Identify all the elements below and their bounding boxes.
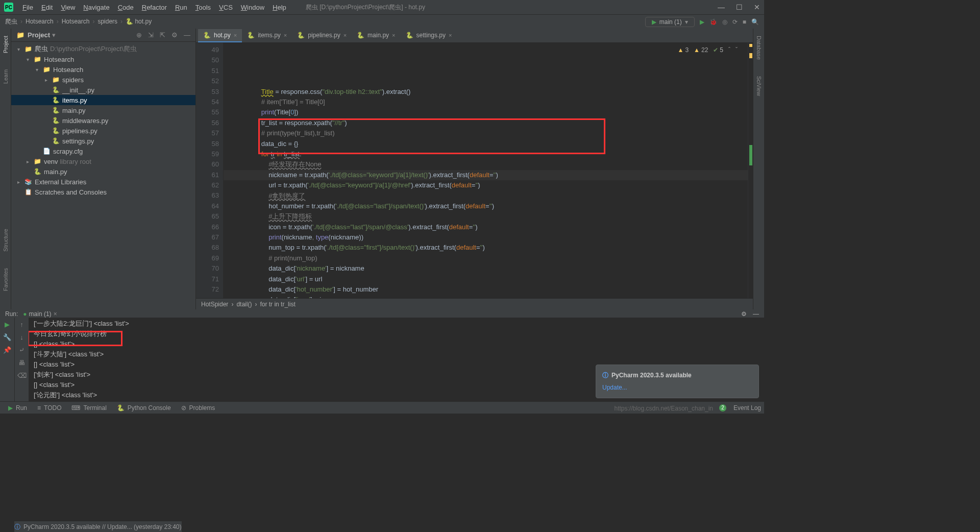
code-line[interactable]: #上升下降指标	[224, 211, 748, 222]
menu-file[interactable]: File	[18, 4, 37, 11]
error-stripe[interactable]	[748, 43, 753, 298]
up-icon[interactable]: ↑	[20, 321, 23, 328]
tool-structure[interactable]: Structure	[3, 226, 9, 255]
run-config-selector[interactable]: ▶ main (1) ▾	[645, 17, 695, 27]
run-button[interactable]: ▶	[700, 18, 704, 26]
project-tree[interactable]: ▾📁爬虫D:\pythonProject\Project\爬虫▾📁Hotsear…	[11, 42, 195, 309]
code-line[interactable]: data_dic['url'] = url	[224, 274, 748, 284]
editor-tab[interactable]: 🐍pipelines.py×	[292, 29, 352, 42]
tree-item[interactable]: ▾📁爬虫D:\pythonProject\Project\爬虫	[11, 44, 195, 54]
tree-item[interactable]: 🐍settings.py	[11, 136, 195, 146]
menu-edit[interactable]: Edit	[37, 4, 57, 11]
code-line[interactable]: num_top = tr.xpath('./td[@class="first"]…	[224, 243, 748, 253]
code-line[interactable]: # item['Title'] = Title[0]	[224, 97, 748, 107]
breadcrumb-item[interactable]: spiders	[97, 18, 117, 25]
settings-icon[interactable]: ⚙	[172, 31, 178, 39]
editor-tab[interactable]: 🐍hot.py×	[198, 29, 242, 42]
menu-navigate[interactable]: Navigate	[79, 4, 113, 11]
tw-problems[interactable]: ⊘ Problems	[176, 404, 220, 412]
menu-run[interactable]: Run	[171, 4, 191, 11]
tw-todo[interactable]: ≡ TODO	[32, 404, 66, 412]
editor-tab[interactable]: 🐍main.py×	[352, 29, 400, 42]
search-button[interactable]: 🔍	[751, 18, 759, 26]
pin-icon[interactable]: 📌	[3, 346, 11, 354]
tree-item[interactable]: ▾📁Hotsearch	[11, 54, 195, 64]
code-line[interactable]: data_dic = {}	[224, 139, 748, 149]
minimize-icon[interactable]: —	[718, 3, 725, 11]
tree-item[interactable]: ▾📁Hotsearch	[11, 64, 195, 75]
clear-icon[interactable]: ⌫	[17, 372, 27, 379]
crumb-0[interactable]: HotSpider	[201, 301, 228, 308]
code-line[interactable]: icon = tr.xpath('./td[@class="last"]/spa…	[224, 222, 748, 232]
editor[interactable]: 4950515253545556575859606162636465666768…	[196, 43, 753, 298]
code-line[interactable]: # print(type(tr_list),tr_list)	[224, 128, 748, 138]
breadcrumb-item[interactable]: Hotsearch	[26, 18, 54, 25]
breadcrumb-item[interactable]: hot.py	[135, 18, 152, 25]
code-line[interactable]: #经发现存在None	[224, 159, 748, 170]
breadcrumb-item[interactable]: 爬虫	[5, 18, 17, 25]
tool-sciview[interactable]: SciView	[756, 73, 762, 99]
maximize-icon[interactable]: ☐	[736, 3, 743, 11]
editor-tab[interactable]: 🐍items.py×	[242, 29, 292, 42]
profile-button[interactable]: ⟳	[732, 18, 738, 26]
menu-vcs[interactable]: VCS	[215, 4, 237, 11]
code-line[interactable]: data_dic['hot_number'] = hot_number	[224, 284, 748, 295]
menu-refactor[interactable]: Refactor	[138, 4, 171, 11]
menu-tools[interactable]: Tools	[191, 4, 215, 11]
tree-item[interactable]: 🐍main.py	[11, 105, 195, 115]
stop-button[interactable]: ■	[743, 18, 746, 26]
collapse-icon[interactable]: ⇱	[160, 31, 165, 39]
tool-database[interactable]: Database	[756, 33, 762, 63]
tree-item[interactable]: ▸📁spiders	[11, 75, 195, 85]
tool-icon[interactable]: 🔧	[3, 333, 11, 341]
code-line[interactable]: Title = response.css("div.top-title h2::…	[224, 87, 748, 97]
tree-item[interactable]: 🐍items.py	[11, 95, 195, 105]
code-line[interactable]: data_dic['icon'] = icon	[224, 295, 748, 298]
close-icon[interactable]: ✕	[754, 3, 760, 11]
inspections-widget[interactable]: ▲3 ▲22 ✔5 ˆˇ	[677, 45, 738, 55]
update-notification[interactable]: ⓘPyCharm 2020.3.5 available Update...	[596, 365, 759, 398]
console-output[interactable]: ['一步大陆2:龙巨门'] <class 'list'>今日玄幻奇幻小说排行榜[…	[29, 318, 764, 401]
wrap-icon[interactable]: ⤶	[19, 346, 24, 354]
rerun-icon[interactable]: ▶	[5, 321, 10, 328]
down-icon[interactable]: ↓	[20, 333, 23, 341]
debug-button[interactable]: 🐞	[709, 18, 717, 26]
tree-item[interactable]: 🐍pipelines.py	[11, 126, 195, 136]
locate-icon[interactable]: ⊕	[136, 31, 142, 39]
menu-window[interactable]: Window	[237, 4, 268, 11]
run-settings-icon[interactable]: ⚙	[741, 310, 747, 318]
code-line[interactable]: #拿到热度了	[224, 191, 748, 201]
menu-view[interactable]: View	[57, 4, 79, 11]
run-tab-label[interactable]: main (1)	[29, 310, 52, 318]
code-line[interactable]: hot_number = tr.xpath('./td[@class="last…	[224, 201, 748, 211]
crumb-1[interactable]: dtail()	[236, 301, 252, 308]
tree-item[interactable]: 🐍main.py	[11, 166, 195, 177]
code-line[interactable]: print(nickname, type(nickname))	[224, 232, 748, 243]
breadcrumb-item[interactable]: Hotsearch	[62, 18, 90, 25]
tool-favorites[interactable]: Favorites	[3, 265, 9, 294]
tw-run[interactable]: ▶Run	[3, 404, 32, 412]
menu-help[interactable]: Help	[268, 4, 290, 11]
tool-learn[interactable]: Learn	[3, 66, 9, 87]
tw-terminal[interactable]: ⌨ Terminal	[66, 404, 111, 412]
tool-project[interactable]: Project	[3, 33, 9, 56]
tree-item[interactable]: 🐍middlewares.py	[11, 115, 195, 126]
code-line[interactable]: url = tr.xpath('./td[@class="keyword"]/a…	[224, 180, 748, 190]
tree-item[interactable]: ▸📁venvlibrary root	[11, 156, 195, 166]
run-hide-icon[interactable]: —	[753, 310, 759, 318]
notification-link[interactable]: Update...	[602, 384, 627, 391]
code-line[interactable]: tr_list = response.xpath("//tr")	[224, 118, 748, 128]
code-line[interactable]: # print(num_top)	[224, 253, 748, 263]
code-line[interactable]: print(Title[0])	[224, 107, 748, 117]
code-line[interactable]: for tr in tr_list:	[224, 149, 748, 159]
tw-python-console[interactable]: 🐍 Python Console	[112, 404, 176, 412]
code-line[interactable]: nickname = tr.xpath('./td[@class="keywor…	[224, 170, 748, 180]
expand-icon[interactable]: ⇲	[148, 31, 154, 39]
menu-code[interactable]: Code	[114, 4, 138, 11]
code-line[interactable]: data_dic['nickname'] = nickname	[224, 263, 748, 274]
coverage-button[interactable]: ◎	[722, 18, 727, 26]
tree-item[interactable]: ▸📚External Libraries	[11, 177, 195, 187]
tree-item[interactable]: 📄scrapy.cfg	[11, 146, 195, 156]
tree-item[interactable]: 🐍__init__.py	[11, 85, 195, 95]
crumb-2[interactable]: for tr in tr_list	[260, 301, 295, 308]
